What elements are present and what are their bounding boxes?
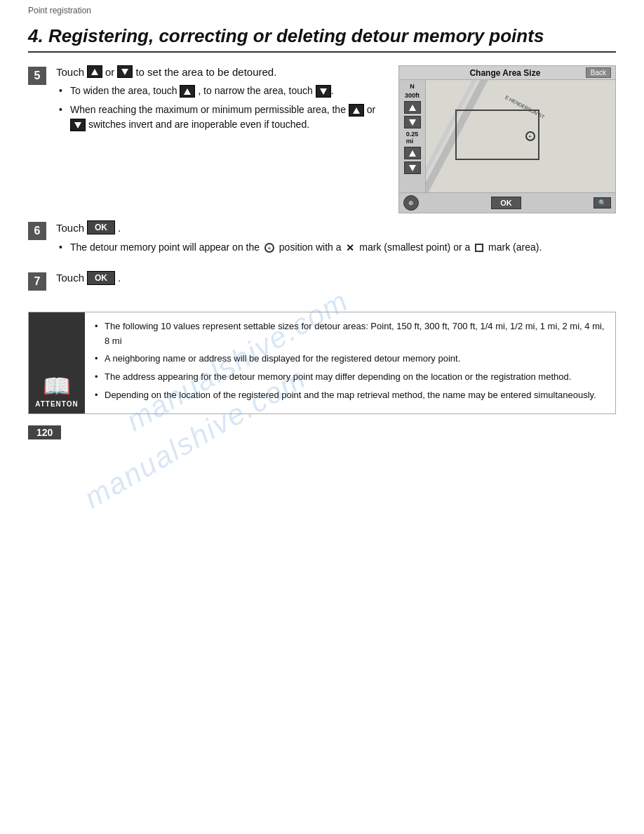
map-up2-icon [409, 150, 416, 157]
step5-b2-text: When reaching the maximum or minimum per… [70, 104, 346, 115]
map-down2-btn[interactable] [404, 161, 421, 174]
step6-text-after: . [118, 222, 121, 234]
map-scale2: 0.25 mi [406, 131, 419, 145]
attention-item-2: A neighboring name or address will be di… [95, 352, 605, 366]
attention-icon-area: 📖 ATTENTON [29, 312, 85, 413]
page-number: 120 [28, 425, 61, 439]
attention-box: 📖 ATTENTON The following 10 values repre… [28, 312, 616, 414]
map-scale1: 300ft [405, 92, 420, 99]
crosshair-icon: + [264, 243, 274, 253]
step7-text-before: Touch [56, 272, 84, 284]
square-mark-icon [475, 244, 483, 252]
map-north-label: N [410, 83, 415, 90]
breadcrumb: Point registration [0, 0, 644, 18]
step5-b1-after: . [331, 85, 334, 96]
triangle-up3-icon [353, 107, 360, 114]
page-title: 4. Registering, correcting or deleting d… [28, 25, 616, 53]
step6-bullet1: The detour memory point will appear on t… [59, 240, 616, 256]
triangle-up-icon [91, 69, 98, 75]
page-footer: 120 [0, 421, 644, 444]
map-body: N 300ft 0.25 mi E H [399, 80, 615, 192]
triangle-down3-icon [74, 122, 81, 128]
step5-text-before: Touch [56, 66, 84, 78]
attention-label: ATTENTON [35, 400, 79, 408]
map-footer: ⊕ OK 🔍 [399, 192, 615, 213]
step6-row: 6 Touch OK . The detour memory point wil… [28, 220, 616, 260]
map-back-btn[interactable]: Back [586, 67, 611, 78]
step5-row: 5 Touch or to set the area to be detoure… [28, 65, 616, 213]
step5-b2-middle: or [367, 104, 375, 115]
map-up2-btn[interactable] [404, 147, 421, 159]
map-main-area: E HENDERSON ST + [426, 80, 615, 192]
step7-main-line: Touch OK . [56, 271, 616, 285]
step6-text-before: Touch [56, 222, 84, 234]
map-up-icon [409, 105, 416, 111]
step5-b1-up-btn[interactable] [180, 85, 195, 98]
map-box: Change Area Size Back N 300ft 0.25 mi [398, 65, 616, 213]
map-down2-icon [409, 165, 416, 171]
step6-b1-end: mark (smallest point) or a [359, 241, 470, 253]
attention-item-1: The following 10 values represent settab… [95, 319, 605, 349]
map-down-icon [409, 119, 416, 126]
map-title: Change Area Size [424, 68, 586, 78]
step5-bullet2: When reaching the maximum or minimum per… [59, 102, 389, 132]
step7-content: Touch OK . [56, 271, 616, 291]
step6-b1-middle: position with a [279, 241, 342, 253]
step5-bullet-list: To widen the area, touch , to narrow the… [59, 84, 389, 132]
step6-bullets: The detour memory point will appear on t… [59, 240, 616, 256]
map-compass-btn[interactable]: ⊕ [403, 195, 419, 211]
attention-content: The following 10 values represent settab… [85, 312, 615, 413]
step5-b1-down-btn[interactable] [316, 85, 331, 98]
map-ok-btn[interactable]: OK [491, 197, 521, 209]
step7-row: 7 Touch OK . [28, 271, 616, 291]
triangle-up2-icon [184, 88, 191, 95]
map-header: Change Area Size Back [399, 66, 615, 80]
breadcrumb-text: Point registration [28, 6, 91, 15]
step5-up-btn[interactable] [87, 65, 102, 78]
step5-b2-down-btn[interactable] [70, 119, 86, 131]
step5-text-middle: or [105, 66, 114, 78]
step5-b1-middle: , to narrow the area, touch [198, 85, 312, 96]
step7-number: 7 [28, 272, 46, 291]
step6-b1-last: mark (area). [488, 241, 542, 253]
book-icon: 📖 [43, 375, 71, 397]
map-up-btn[interactable] [404, 101, 421, 114]
step6-number: 6 [28, 222, 46, 240]
map-sidebar: N 300ft 0.25 mi [399, 80, 426, 192]
map-down-btn[interactable] [404, 116, 421, 128]
map-scale2-unit: mi [406, 138, 414, 145]
step5-text-after: to set the area to be detoured. [135, 66, 276, 78]
step5-b1-before: To widen the area, touch [70, 85, 177, 96]
attention-bullet-list: The following 10 values represent settab… [95, 319, 605, 403]
x-mark-icon: ✕ [346, 241, 354, 256]
step5-b2-after: switches invert and are inoperable even … [88, 119, 309, 130]
step5-b2-up-btn[interactable] [349, 104, 364, 117]
triangle-down2-icon [320, 88, 327, 95]
attention-item-4: Depending on the location of the registe… [95, 388, 605, 403]
map-center-cross: + [525, 131, 535, 141]
step7-text-after: . [118, 272, 121, 284]
step6-content: Touch OK . The detour memory point will … [56, 220, 616, 260]
step6-main-line: Touch OK . [56, 220, 616, 234]
step5-content: Touch or to set the area to be detoured.… [56, 65, 389, 136]
step7-ok-btn[interactable]: OK [87, 271, 115, 285]
step6-b1-text: The detour memory point will appear on t… [70, 241, 260, 253]
triangle-down-icon [121, 69, 128, 75]
step5-bullet1: To widen the area, touch , to narrow the… [59, 84, 389, 98]
map-zoom-btn[interactable]: 🔍 [593, 197, 611, 208]
step5-main-line: Touch or to set the area to be detoured. [56, 65, 389, 78]
step5-down-btn[interactable] [117, 65, 133, 78]
step5-number: 5 [28, 67, 46, 85]
attention-item-3: The address appearing for the detour mem… [95, 370, 605, 385]
map-scale2-val: 0.25 [406, 131, 419, 138]
step6-ok-btn[interactable]: OK [87, 220, 115, 234]
